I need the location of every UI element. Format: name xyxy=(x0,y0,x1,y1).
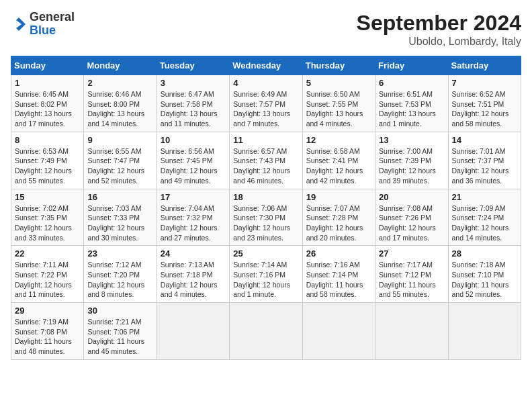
day-number: 19 xyxy=(306,192,371,202)
calendar-week-row: 15Sunrise: 7:02 AMSunset: 7:35 PMDayligh… xyxy=(11,189,521,246)
day-info: Sunrise: 7:06 AMSunset: 7:30 PMDaylight:… xyxy=(233,203,298,243)
calendar-header-row: Sunday Monday Tuesday Wednesday Thursday… xyxy=(11,56,521,75)
day-number: 4 xyxy=(233,78,298,88)
day-info: Sunrise: 6:45 AMSunset: 8:02 PMDaylight:… xyxy=(15,89,80,129)
day-info: Sunrise: 7:02 AMSunset: 7:35 PMDaylight:… xyxy=(15,203,80,243)
day-number: 11 xyxy=(233,135,298,145)
location-title: Uboldo, Lombardy, Italy xyxy=(357,36,521,48)
table-row: 13Sunrise: 7:00 AMSunset: 7:39 PMDayligh… xyxy=(375,132,448,189)
day-info: Sunrise: 6:55 AMSunset: 7:47 PMDaylight:… xyxy=(87,146,152,186)
table-row: 9Sunrise: 6:55 AMSunset: 7:47 PMDaylight… xyxy=(84,132,157,189)
day-number: 6 xyxy=(379,78,444,88)
day-number: 23 xyxy=(87,248,152,259)
col-sunday: Sunday xyxy=(11,56,84,75)
table-row: 6Sunrise: 6:51 AMSunset: 7:53 PMDaylight… xyxy=(375,75,448,132)
day-number: 28 xyxy=(452,248,517,259)
day-number: 2 xyxy=(87,78,152,88)
table-row xyxy=(302,303,375,360)
table-row: 8Sunrise: 6:53 AMSunset: 7:49 PMDaylight… xyxy=(11,132,84,189)
day-number: 29 xyxy=(15,306,80,316)
table-row: 23Sunrise: 7:12 AMSunset: 7:20 PMDayligh… xyxy=(84,246,157,303)
day-info: Sunrise: 6:49 AMSunset: 7:57 PMDaylight:… xyxy=(233,89,298,129)
day-number: 25 xyxy=(233,248,298,259)
col-wednesday: Wednesday xyxy=(230,56,302,75)
day-number: 1 xyxy=(15,78,80,88)
calendar: Sunday Monday Tuesday Wednesday Thursday… xyxy=(11,56,521,360)
day-number: 7 xyxy=(452,78,517,88)
table-row: 26Sunrise: 7:16 AMSunset: 7:14 PMDayligh… xyxy=(302,246,375,303)
calendar-week-row: 8Sunrise: 6:53 AMSunset: 7:49 PMDaylight… xyxy=(11,132,521,189)
table-row: 22Sunrise: 7:11 AMSunset: 7:22 PMDayligh… xyxy=(11,246,84,303)
page-header: General Blue September 2024 Uboldo, Lomb… xyxy=(11,11,521,48)
day-info: Sunrise: 7:08 AMSunset: 7:26 PMDaylight:… xyxy=(379,203,444,243)
day-number: 22 xyxy=(15,248,80,259)
calendar-week-row: 1Sunrise: 6:45 AMSunset: 8:02 PMDaylight… xyxy=(11,75,521,132)
table-row: 7Sunrise: 6:52 AMSunset: 7:51 PMDaylight… xyxy=(448,75,521,132)
day-info: Sunrise: 6:50 AMSunset: 7:55 PMDaylight:… xyxy=(306,89,371,129)
day-info: Sunrise: 7:14 AMSunset: 7:16 PMDaylight:… xyxy=(233,260,298,300)
title-section: September 2024 Uboldo, Lombardy, Italy xyxy=(357,11,521,48)
day-number: 21 xyxy=(452,192,517,202)
day-number: 16 xyxy=(87,192,152,202)
day-number: 3 xyxy=(161,78,226,88)
table-row: 10Sunrise: 6:56 AMSunset: 7:45 PMDayligh… xyxy=(157,132,229,189)
day-info: Sunrise: 7:00 AMSunset: 7:39 PMDaylight:… xyxy=(379,146,444,186)
day-info: Sunrise: 7:01 AMSunset: 7:37 PMDaylight:… xyxy=(452,146,517,186)
table-row: 3Sunrise: 6:47 AMSunset: 7:58 PMDaylight… xyxy=(157,75,229,132)
table-row xyxy=(375,303,448,360)
day-info: Sunrise: 7:07 AMSunset: 7:28 PMDaylight:… xyxy=(306,203,371,243)
table-row: 16Sunrise: 7:03 AMSunset: 7:33 PMDayligh… xyxy=(84,189,157,246)
day-number: 10 xyxy=(161,135,226,145)
table-row: 24Sunrise: 7:13 AMSunset: 7:18 PMDayligh… xyxy=(157,246,229,303)
day-number: 14 xyxy=(452,135,517,145)
calendar-week-row: 22Sunrise: 7:11 AMSunset: 7:22 PMDayligh… xyxy=(11,246,521,303)
table-row: 14Sunrise: 7:01 AMSunset: 7:37 PMDayligh… xyxy=(448,132,521,189)
day-info: Sunrise: 6:46 AMSunset: 8:00 PMDaylight:… xyxy=(87,89,152,129)
table-row xyxy=(230,303,302,360)
day-number: 8 xyxy=(15,135,80,145)
table-row: 1Sunrise: 6:45 AMSunset: 8:02 PMDaylight… xyxy=(11,75,84,132)
day-number: 5 xyxy=(306,78,371,88)
table-row: 21Sunrise: 7:09 AMSunset: 7:24 PMDayligh… xyxy=(448,189,521,246)
table-row: 19Sunrise: 7:07 AMSunset: 7:28 PMDayligh… xyxy=(302,189,375,246)
day-info: Sunrise: 7:09 AMSunset: 7:24 PMDaylight:… xyxy=(452,203,517,243)
table-row xyxy=(157,303,229,360)
svg-marker-0 xyxy=(16,17,26,31)
col-friday: Friday xyxy=(375,56,448,75)
col-saturday: Saturday xyxy=(448,56,521,75)
day-info: Sunrise: 7:12 AMSunset: 7:20 PMDaylight:… xyxy=(87,260,152,300)
day-number: 17 xyxy=(161,192,226,202)
table-row: 5Sunrise: 6:50 AMSunset: 7:55 PMDaylight… xyxy=(302,75,375,132)
table-row: 27Sunrise: 7:17 AMSunset: 7:12 PMDayligh… xyxy=(375,246,448,303)
table-row: 30Sunrise: 7:21 AMSunset: 7:06 PMDayligh… xyxy=(84,303,157,360)
day-info: Sunrise: 6:57 AMSunset: 7:43 PMDaylight:… xyxy=(233,146,298,186)
calendar-week-row: 29Sunrise: 7:19 AMSunset: 7:08 PMDayligh… xyxy=(11,303,521,360)
table-row: 18Sunrise: 7:06 AMSunset: 7:30 PMDayligh… xyxy=(230,189,302,246)
table-row: 12Sunrise: 6:58 AMSunset: 7:41 PMDayligh… xyxy=(302,132,375,189)
table-row: 29Sunrise: 7:19 AMSunset: 7:08 PMDayligh… xyxy=(11,303,84,360)
day-number: 9 xyxy=(87,135,152,145)
day-number: 20 xyxy=(379,192,444,202)
day-info: Sunrise: 6:56 AMSunset: 7:45 PMDaylight:… xyxy=(161,146,226,186)
table-row: 17Sunrise: 7:04 AMSunset: 7:32 PMDayligh… xyxy=(157,189,229,246)
day-info: Sunrise: 7:16 AMSunset: 7:14 PMDaylight:… xyxy=(306,260,371,300)
day-info: Sunrise: 7:18 AMSunset: 7:10 PMDaylight:… xyxy=(452,260,517,300)
day-number: 13 xyxy=(379,135,444,145)
table-row: 20Sunrise: 7:08 AMSunset: 7:26 PMDayligh… xyxy=(375,189,448,246)
day-info: Sunrise: 6:53 AMSunset: 7:49 PMDaylight:… xyxy=(15,146,80,186)
table-row: 2Sunrise: 6:46 AMSunset: 8:00 PMDaylight… xyxy=(84,75,157,132)
table-row xyxy=(448,303,521,360)
day-info: Sunrise: 7:21 AMSunset: 7:06 PMDaylight:… xyxy=(87,317,152,357)
day-info: Sunrise: 7:17 AMSunset: 7:12 PMDaylight:… xyxy=(379,260,444,300)
table-row: 25Sunrise: 7:14 AMSunset: 7:16 PMDayligh… xyxy=(230,246,302,303)
logo-text: General Blue xyxy=(30,11,75,38)
col-thursday: Thursday xyxy=(302,56,375,75)
day-info: Sunrise: 6:47 AMSunset: 7:58 PMDaylight:… xyxy=(161,89,226,129)
day-number: 26 xyxy=(306,248,371,259)
day-number: 18 xyxy=(233,192,298,202)
table-row: 15Sunrise: 7:02 AMSunset: 7:35 PMDayligh… xyxy=(11,189,84,246)
day-number: 27 xyxy=(379,248,444,259)
day-number: 12 xyxy=(306,135,371,145)
day-info: Sunrise: 7:19 AMSunset: 7:08 PMDaylight:… xyxy=(15,317,80,357)
day-number: 15 xyxy=(15,192,80,202)
